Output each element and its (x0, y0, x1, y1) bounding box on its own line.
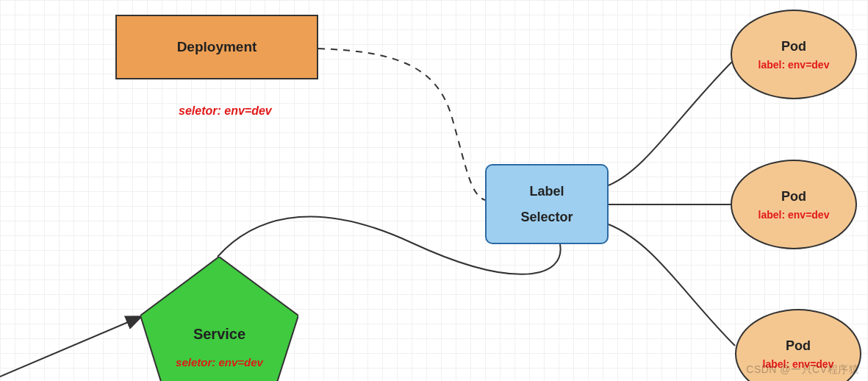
pod-label: label: env=dev (758, 209, 830, 221)
deployment-selector-caption: seletor: env=dev (179, 104, 272, 118)
deployment-label: Deployment (177, 39, 257, 55)
diagram-canvas: Deployment seletor: env=dev Label Select… (0, 0, 868, 381)
label-selector-line2: Selector (520, 210, 573, 225)
service-label: Service (193, 326, 245, 343)
pod-label: label: env=dev (758, 59, 830, 71)
watermark-text: CSDN @一只CV程序猿 (746, 363, 859, 377)
label-selector-line1: Label (529, 184, 564, 199)
edge-deployment-to-selector (318, 49, 485, 200)
pod-title: Pod (781, 189, 806, 204)
pod-title: Pod (786, 338, 811, 354)
deployment-node: Deployment (115, 15, 318, 79)
edge-selector-to-pod3 (609, 224, 735, 346)
label-selector-node: Label Selector (485, 164, 609, 244)
edge-selector-to-pod1 (609, 60, 734, 185)
pod-node-1: Pod label: env=dev (731, 10, 857, 99)
pod-node-2: Pod label: env=dev (731, 160, 857, 249)
service-selector-caption: seletor: env=dev (176, 356, 263, 368)
service-node: Service seletor: env=dev (140, 257, 298, 381)
pod-title: Pod (781, 39, 806, 54)
edge-client-to-service (0, 316, 142, 377)
